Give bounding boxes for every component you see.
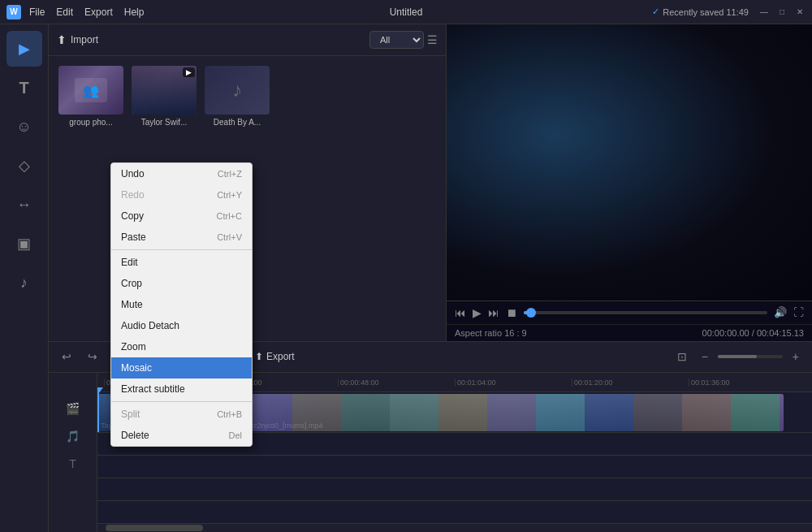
media-thumb-video: ▶ xyxy=(132,66,197,115)
empty-track-2 xyxy=(97,501,812,524)
clip-frame xyxy=(780,394,784,431)
video-badge: ▶ xyxy=(183,67,195,77)
import-label: Import xyxy=(71,34,98,45)
media-icon: ▶ xyxy=(19,40,30,58)
ctx-mosaic-label: Mosaic xyxy=(121,362,152,374)
ctx-undo[interactable]: Undo Ctrl+Z xyxy=(111,163,252,184)
saved-time: Recently saved 11:49 xyxy=(663,7,749,17)
media-item-label: Taylor Swif... xyxy=(132,118,197,127)
redo-button[interactable]: ↪ xyxy=(83,347,102,366)
ctx-split-shortcut: Ctrl+B xyxy=(217,409,242,419)
ctx-mosaic[interactable]: Mosaic xyxy=(111,357,252,378)
minimize-button[interactable]: — xyxy=(758,6,770,18)
ctx-audio-detach-label: Audio Detach xyxy=(121,320,179,331)
ctx-delete[interactable]: Delete Del xyxy=(111,425,252,446)
ctx-divider-1 xyxy=(111,249,252,250)
volume-button[interactable]: 🔊 xyxy=(774,306,787,318)
menu-help[interactable]: Help xyxy=(124,6,145,18)
import-button[interactable]: ⬆ Import xyxy=(57,33,98,46)
progress-bar[interactable] xyxy=(524,311,767,314)
ctx-copy[interactable]: Copy Ctrl+C xyxy=(111,205,252,227)
sticker-icon: ☺ xyxy=(16,119,31,136)
zoom-controls: ⊡ − + xyxy=(672,347,804,366)
context-menu: Undo Ctrl+Z Redo Ctrl+Y Copy Ctrl+C Past… xyxy=(110,162,253,447)
media-item-photo[interactable]: 👥 group pho... xyxy=(58,66,123,127)
media-item-video[interactable]: ▶ Taylor Swif... xyxy=(132,66,197,127)
menu-edit[interactable]: Edit xyxy=(56,6,73,18)
clip-frame xyxy=(633,394,682,431)
ctx-crop-label: Crop xyxy=(121,278,142,289)
maximize-button[interactable]: □ xyxy=(776,6,788,18)
ctx-paste[interactable]: Paste Ctrl+V xyxy=(111,227,252,248)
menu-file[interactable]: File xyxy=(29,6,45,18)
ctx-divider-2 xyxy=(111,401,252,402)
step-forward-button[interactable]: ⏭ xyxy=(488,306,499,319)
play-button[interactable]: ▶ xyxy=(473,306,482,319)
ctx-audio-detach[interactable]: Audio Detach xyxy=(111,315,252,336)
preview-panel: ⏮ ▶ ⏭ ⏹ 🔊 ⛶ Aspect ratio 16 : 9 xyxy=(447,24,812,341)
sidebar-btn-filter[interactable]: ▣ xyxy=(6,226,42,262)
filter-icon: ▣ xyxy=(17,235,31,253)
ctx-extract-subtitle-label: Extract subtitle xyxy=(121,383,185,395)
audio-track-icon[interactable]: 🎵 xyxy=(58,425,88,448)
import-icon: ⬆ xyxy=(57,33,67,46)
fit-button[interactable]: ⊡ xyxy=(672,347,692,366)
saved-dot: ✓ xyxy=(652,6,659,17)
export-label: Export xyxy=(266,351,295,362)
step-back-button[interactable]: ⏮ xyxy=(455,306,466,319)
ctx-edit-label: Edit xyxy=(121,257,138,268)
left-sidebar: ▶ T ☺ ◇ ↔ ▣ ♪ xyxy=(0,24,49,532)
ctx-extract-subtitle[interactable]: Extract subtitle xyxy=(111,378,252,400)
ctx-mute-label: Mute xyxy=(121,299,143,310)
ctx-crop[interactable]: Crop xyxy=(111,273,252,294)
empty-track-1 xyxy=(97,478,812,501)
sidebar-btn-effects[interactable]: ◇ xyxy=(6,148,42,184)
progress-dot xyxy=(526,308,536,318)
scrollbar-thumb[interactable] xyxy=(106,525,203,531)
playhead xyxy=(97,392,99,432)
ctx-redo-shortcut: Ctrl+Y xyxy=(217,190,242,200)
app-title: Untitled xyxy=(390,6,423,18)
close-button[interactable]: ✕ xyxy=(794,6,806,18)
ctx-edit[interactable]: Edit xyxy=(111,252,252,273)
ctx-undo-label: Undo xyxy=(121,168,145,179)
stop-button[interactable]: ⏹ xyxy=(506,306,517,319)
ctx-mute[interactable]: Mute xyxy=(111,294,252,315)
clip-frame xyxy=(731,394,780,431)
media-item-audio[interactable]: ♪ Death By A... xyxy=(205,66,270,127)
undo-button[interactable]: ↩ xyxy=(57,347,76,366)
ctx-redo-label: Redo xyxy=(121,189,145,201)
aspect-ratio-label: Aspect ratio 16 : 9 xyxy=(455,328,527,338)
sidebar-btn-sticker[interactable]: ☺ xyxy=(6,109,42,145)
media-thumb-audio: ♪ xyxy=(205,66,270,115)
sidebar-btn-transition[interactable]: ↔ xyxy=(6,187,42,223)
subtitle-track[interactable] xyxy=(97,456,812,478)
title-bar-left: W File Edit Export Help xyxy=(6,5,144,19)
ctx-copy-shortcut: Ctrl+C xyxy=(217,211,242,221)
clip-frame xyxy=(292,394,341,431)
title-bar-right: ✓ Recently saved 11:49 — □ ✕ xyxy=(652,6,806,18)
sidebar-btn-text[interactable]: T xyxy=(6,70,42,106)
ctx-split[interactable]: Split Ctrl+B xyxy=(111,404,252,425)
timeline-scrollbar[interactable] xyxy=(97,524,812,532)
menu-export[interactable]: Export xyxy=(84,6,113,18)
zoom-slider[interactable] xyxy=(718,355,783,358)
fullscreen-button[interactable]: ⛶ xyxy=(793,306,804,318)
view-toggle-button[interactable]: ☰ xyxy=(427,33,438,46)
zoom-out-button[interactable]: − xyxy=(697,347,713,366)
ctx-paste-shortcut: Ctrl+V xyxy=(217,232,242,242)
media-thumb-photo: 👥 xyxy=(58,66,123,115)
subtitle-track-icon[interactable]: T xyxy=(58,452,88,475)
export-button[interactable]: ⬆ Export xyxy=(248,348,301,365)
media-item-label: group pho... xyxy=(58,118,123,127)
sidebar-btn-audio[interactable]: ♪ xyxy=(6,265,42,301)
filter-select[interactable]: All Video Audio Photo xyxy=(369,31,424,49)
media-header: ⬆ Import All Video Audio Photo ☰ xyxy=(49,24,446,56)
video-track-icon[interactable]: 🎬 xyxy=(58,397,88,420)
ctx-undo-shortcut: Ctrl+Z xyxy=(218,169,242,179)
sidebar-btn-media[interactable]: ▶ xyxy=(6,31,42,67)
ctx-zoom[interactable]: Zoom xyxy=(111,336,252,357)
transition-icon: ↔ xyxy=(17,197,32,214)
zoom-in-button[interactable]: + xyxy=(788,347,804,366)
clip-frame xyxy=(682,394,731,431)
